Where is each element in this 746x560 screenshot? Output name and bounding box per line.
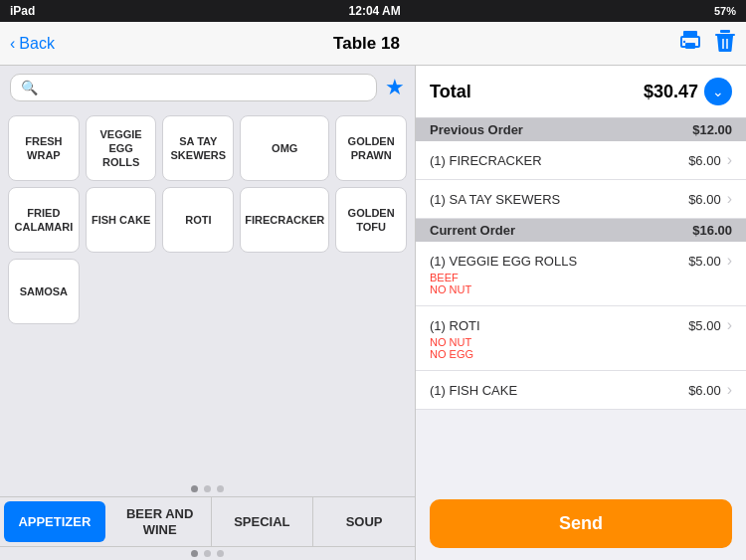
order-item-price: $6.00 <box>688 192 721 207</box>
svg-rect-2 <box>685 43 695 49</box>
total-label: Total <box>430 82 471 102</box>
category-tab[interactable]: SOUP <box>313 497 415 546</box>
print-icon <box>678 29 702 53</box>
order-item-right: $6.00 › <box>688 151 732 169</box>
nav-bar: ‹ Back Table 18 <box>0 22 746 66</box>
order-item-right: $5.00 › <box>688 252 732 270</box>
chevron-right-icon: › <box>727 190 732 208</box>
chevron-right-icon: › <box>727 381 732 399</box>
battery-label: 57% <box>714 5 736 17</box>
left-panel: 🔍 ★ FRESH WRAPVEGGIE EGG ROLLSSA TAY SKE… <box>0 66 416 560</box>
dot2-1 <box>191 550 198 557</box>
dot2-2 <box>204 550 211 557</box>
main-content: 🔍 ★ FRESH WRAPVEGGIE EGG ROLLSSA TAY SKE… <box>0 66 746 560</box>
menu-item[interactable]: FRIED CALAMARI <box>8 187 80 253</box>
dot2-3 <box>217 550 224 557</box>
order-item[interactable]: (1) FIRECRACKER $6.00 › <box>416 141 746 180</box>
nav-right-icons <box>678 29 736 58</box>
pagination-dots <box>0 481 415 496</box>
section-name: Current Order <box>430 223 515 238</box>
svg-rect-5 <box>720 30 730 33</box>
order-item-right: $6.00 › <box>688 190 732 208</box>
menu-item[interactable]: SA TAY SKEWERS <box>162 115 234 181</box>
search-icon: 🔍 <box>21 80 38 95</box>
order-item-mod: NO EGG <box>430 348 688 360</box>
menu-item[interactable]: VEGGIE EGG ROLLS <box>86 115 157 181</box>
menu-item[interactable]: ROTI <box>162 187 234 253</box>
send-button[interactable]: Send <box>430 499 732 548</box>
order-section-header: Current Order$16.00 <box>416 219 746 242</box>
favorites-button[interactable]: ★ <box>385 75 405 100</box>
order-item-name: (1) SA TAY SKEWERS <box>430 192 560 207</box>
chevron-down-icon: ⌄ <box>704 78 732 105</box>
back-button[interactable]: ‹ Back <box>10 35 55 53</box>
delete-button[interactable] <box>714 29 736 58</box>
order-item-price: $6.00 <box>688 383 721 398</box>
menu-item[interactable]: FRESH WRAP <box>8 115 80 181</box>
trash-icon <box>714 29 736 53</box>
status-right: 57% <box>714 5 736 17</box>
menu-item[interactable]: GOLDEN PRAWN <box>335 115 407 181</box>
dot-2 <box>204 485 211 492</box>
order-item-name: (1) FIRECRACKER <box>430 153 542 168</box>
chevron-right-icon: › <box>727 316 732 334</box>
order-item-mod: NO NUT <box>430 283 688 295</box>
category-tab[interactable]: APPETIZER <box>4 501 105 542</box>
status-time: 12:04 AM <box>35 4 714 18</box>
order-item-price: $6.00 <box>688 153 721 168</box>
order-item-mod: NO NUT <box>430 336 688 348</box>
pagination-dots-2 <box>0 546 415 560</box>
order-section-header: Previous Order$12.00 <box>416 118 746 141</box>
category-tab[interactable]: BEER AND WINE <box>109 497 212 546</box>
order-item[interactable]: (1) FISH CAKE $6.00 › <box>416 371 746 410</box>
search-input[interactable] <box>44 80 366 95</box>
category-tab[interactable]: SPECIAL <box>212 497 314 546</box>
order-item-left: (1) VEGGIE EGG ROLLS BEEFNO NUT <box>430 252 688 295</box>
order-header: Total $30.47 ⌄ <box>416 66 746 118</box>
order-item-right: $6.00 › <box>688 381 732 399</box>
section-amount: $12.00 <box>692 122 732 137</box>
chevron-right-icon: › <box>727 151 732 169</box>
section-amount: $16.00 <box>692 223 732 238</box>
order-item[interactable]: (1) VEGGIE EGG ROLLS BEEFNO NUT $5.00 › <box>416 242 746 306</box>
order-item-price: $5.00 <box>688 318 721 333</box>
svg-point-3 <box>683 41 685 43</box>
send-btn-wrap: Send <box>416 487 746 560</box>
order-item-price: $5.00 <box>688 254 721 269</box>
order-list: Previous Order$12.00 (1) FIRECRACKER $6.… <box>416 118 746 487</box>
section-name: Previous Order <box>430 122 523 137</box>
order-item-mod: BEEF <box>430 272 688 283</box>
order-item-left: (1) FIRECRACKER <box>430 151 688 169</box>
menu-item[interactable]: SAMOSA <box>8 259 80 324</box>
order-item-left: (1) SA TAY SKEWERS <box>430 190 688 208</box>
order-item-name: (1) ROTI <box>430 318 480 333</box>
menu-item[interactable]: FIRECRACKER <box>240 187 329 253</box>
total-right: $30.47 ⌄ <box>644 78 732 105</box>
order-item-left: (1) ROTI NO NUTNO EGG <box>430 316 688 360</box>
dot-1 <box>191 485 198 492</box>
print-button[interactable] <box>678 29 702 58</box>
back-chevron-icon: ‹ <box>10 35 15 53</box>
menu-grid: FRESH WRAPVEGGIE EGG ROLLSSA TAY SKEWERS… <box>0 109 415 481</box>
menu-item[interactable]: FISH CAKE <box>86 187 157 253</box>
search-input-wrap: 🔍 <box>10 74 377 101</box>
order-item-name: (1) VEGGIE EGG ROLLS <box>430 254 577 269</box>
search-bar: 🔍 ★ <box>0 66 415 109</box>
page-title: Table 18 <box>333 34 400 54</box>
right-panel: Total $30.47 ⌄ Previous Order$12.00 (1) … <box>416 66 746 560</box>
order-item[interactable]: (1) SA TAY SKEWERS $6.00 › <box>416 180 746 219</box>
status-left: iPad <box>10 4 35 18</box>
category-tabs: APPETIZERBEER AND WINESPECIALSOUP <box>0 496 415 546</box>
chevron-right-icon: › <box>727 252 732 270</box>
back-label: Back <box>19 35 55 53</box>
order-item-name: (1) FISH CAKE <box>430 383 517 398</box>
status-bar: iPad 12:04 AM 57% <box>0 0 746 22</box>
svg-rect-4 <box>715 34 735 36</box>
expand-button[interactable]: ⌄ <box>704 78 732 105</box>
order-item-right: $5.00 › <box>688 316 732 334</box>
menu-item[interactable]: GOLDEN TOFU <box>335 187 407 253</box>
order-item[interactable]: (1) ROTI NO NUTNO EGG $5.00 › <box>416 306 746 371</box>
total-amount: $30.47 <box>644 82 698 102</box>
menu-item[interactable]: OMG <box>240 115 329 181</box>
order-item-left: (1) FISH CAKE <box>430 381 688 399</box>
